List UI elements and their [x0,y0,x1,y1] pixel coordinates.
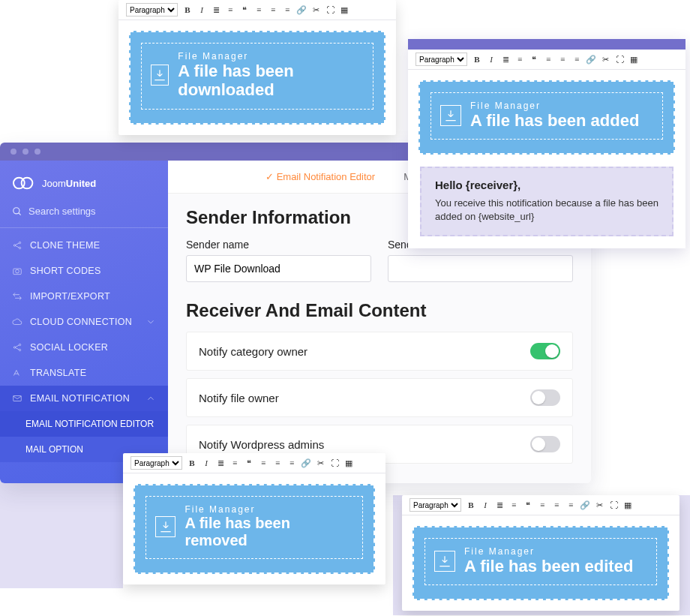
brand: JoomUnited [0,161,168,200]
bullet-list-icon[interactable]: ≣ [495,500,504,509]
format-select[interactable]: Paragraph [416,53,467,66]
banner-headline: A file has been downloaded [178,62,364,100]
banner-kicker: File Manager [470,101,639,111]
link-icon[interactable]: 🔗 [580,500,590,509]
format-select[interactable]: Paragraph [130,456,182,470]
nav-translate[interactable]: TRANSLATE [0,360,168,386]
fullscreen-icon[interactable]: ⛶ [609,500,618,509]
sidebar: JoomUnited Search settings CLONE THEME S… [0,161,168,483]
editor-card-edited: Paragraph B I ≣ ≡ ❝ ≡ ≡ ≡ 🔗 ✂ ⛶ ▦ File M… [402,495,680,611]
svg-rect-16 [14,396,22,401]
toggle-file-owner[interactable] [530,389,560,406]
fullscreen-icon[interactable]: ⛶ [330,458,339,467]
quote-icon[interactable]: ❝ [244,458,254,467]
download-icon [155,516,176,537]
align-left-icon[interactable]: ≡ [538,500,547,509]
toggle-wp-admin[interactable] [530,436,560,452]
editor-card-downloaded: Paragraph B I ≣ ≡ ❝ ≡ ≡ ≡ 🔗 ✂ ⛶ ▦ File M… [118,0,396,135]
translate-icon [12,368,22,378]
svg-point-12 [19,344,20,345]
align-center-icon[interactable]: ≡ [268,5,278,14]
sender-mail-input[interactable] [388,255,573,282]
bold-icon[interactable]: B [466,500,476,509]
align-center-icon[interactable]: ≡ [552,500,561,509]
subnav-email-editor[interactable]: EMAIL NOTIFICATION EDITOR [0,411,168,437]
svg-point-13 [19,349,20,350]
unlink-icon[interactable]: ✂ [311,5,320,14]
fullscreen-icon[interactable]: ⛶ [615,55,624,64]
bullet-list-icon[interactable]: ≣ [212,5,220,14]
grid-icon[interactable]: ▦ [340,5,349,14]
fullscreen-icon[interactable]: ⛶ [326,5,334,14]
svg-line-15 [16,348,20,350]
svg-point-11 [14,347,15,348]
svg-point-1 [22,178,33,189]
chevron-down-icon [146,317,156,327]
bold-icon[interactable]: B [188,458,196,467]
bold-icon[interactable]: B [472,55,482,64]
grid-icon[interactable]: ▦ [344,458,353,467]
banner-headline: A file has been edited [464,557,633,575]
quote-icon[interactable]: ❝ [524,500,532,509]
align-left-icon[interactable]: ≡ [544,55,553,64]
nav-clone-theme[interactable]: CLONE THEME [0,233,168,258]
align-right-icon[interactable]: ≡ [287,458,296,467]
download-icon [434,551,455,572]
svg-line-3 [19,212,21,215]
unlink-icon[interactable]: ✂ [601,55,610,64]
tab-email-editor[interactable]: Email Notifiation Editor [266,171,375,182]
link-icon[interactable]: 🔗 [297,5,306,14]
banner-headline: A file has been added [470,111,639,130]
camera-icon [12,266,22,276]
align-right-icon[interactable]: ≡ [566,500,575,509]
opt-notify-file-owner: Notify file owner [186,378,573,417]
editor-toolbar: Paragraph B I ≣ ≡ ❝ ≡ ≡ ≡ 🔗 ✂ ⛶ ▦ [402,495,680,515]
align-center-icon[interactable]: ≡ [558,55,567,64]
numbered-list-icon[interactable]: ≡ [230,458,239,467]
unlink-icon[interactable]: ✂ [316,458,325,467]
sender-name-label: Sender name [186,239,371,251]
italic-icon[interactable]: I [481,500,490,509]
bullet-list-icon[interactable]: ≣ [501,55,510,64]
format-select[interactable]: Paragraph [126,3,178,17]
grid-icon[interactable]: ▦ [629,55,638,64]
link-icon[interactable]: 🔗 [302,458,310,467]
logo-icon [12,174,36,192]
sender-name-input[interactable] [186,255,371,282]
italic-icon[interactable]: I [197,5,206,14]
banner-removed: File Manager A file has been removed [134,484,375,574]
search-icon [12,206,22,217]
align-left-icon[interactable]: ≡ [259,458,268,467]
preview-topbar [408,39,686,50]
grid-icon[interactable]: ▦ [623,500,632,509]
brand-text: JoomUnited [42,176,96,190]
nav-short-codes[interactable]: SHORT CODES [0,258,168,284]
align-left-icon[interactable]: ≡ [254,5,263,14]
italic-icon[interactable]: I [202,458,211,467]
link-icon[interactable]: 🔗 [586,55,596,64]
toggle-cat-owner[interactable] [530,343,560,359]
numbered-list-icon[interactable]: ≡ [226,5,235,14]
search-settings[interactable]: Search settings [0,200,168,228]
preview-body: Hello {receiver}, You receive this notif… [420,167,674,236]
italic-icon[interactable]: I [487,55,496,64]
preview-card-added: Paragraph B I ≣ ≡ ❝ ≡ ≡ ≡ 🔗 ✂ ⛶ ▦ File M… [408,39,686,248]
quote-icon[interactable]: ❝ [240,5,249,14]
bold-icon[interactable]: B [183,5,192,14]
align-right-icon[interactable]: ≡ [283,5,292,14]
bullet-list-icon[interactable]: ≣ [216,458,225,467]
mail-icon [12,393,22,404]
numbered-list-icon[interactable]: ≡ [509,500,518,509]
unlink-icon[interactable]: ✂ [595,500,604,509]
share-icon [12,240,22,251]
nav-email-notification[interactable]: EMAIL NOTIFICATION [0,386,168,411]
align-right-icon[interactable]: ≡ [572,55,581,64]
nav-social-locker[interactable]: SOCIAL LOCKER [0,335,168,360]
nav-import-export[interactable]: IMPORT/EXPORT [0,284,168,309]
quote-icon[interactable]: ❝ [530,55,538,64]
numbered-list-icon[interactable]: ≡ [515,55,524,64]
nav-cloud-connection[interactable]: CLOUD CONNECTION [0,309,168,335]
preview-text: You receive this notification because a … [435,197,658,224]
format-select[interactable]: Paragraph [410,498,461,512]
align-center-icon[interactable]: ≡ [273,458,282,467]
